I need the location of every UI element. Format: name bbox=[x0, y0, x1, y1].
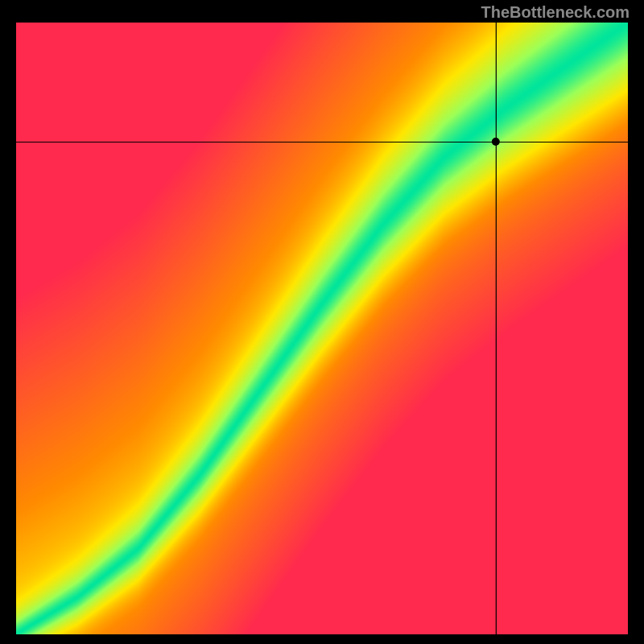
bottleneck-heatmap bbox=[16, 23, 628, 634]
watermark-text: TheBottleneck.com bbox=[481, 3, 630, 22]
